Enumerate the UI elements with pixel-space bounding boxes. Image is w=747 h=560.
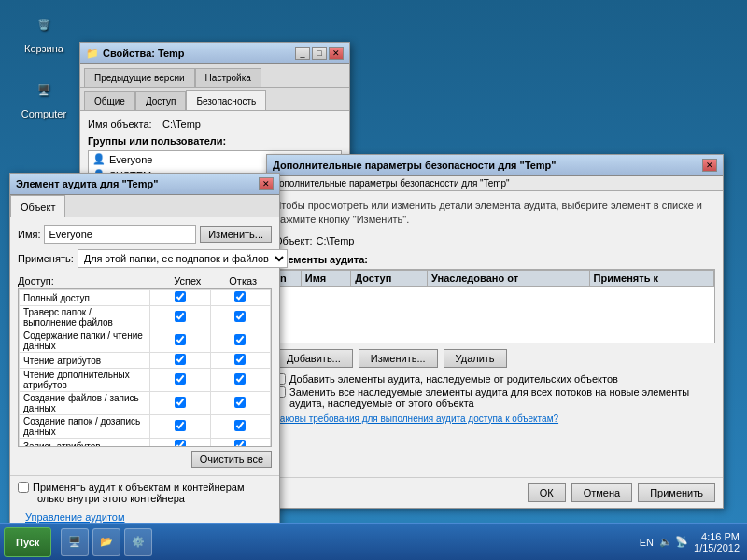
audit-access-row: Чтение дополнительных атрибутов [20,369,271,392]
audit-name-row: Имя: Изменить... [18,225,272,244]
close-button[interactable]: ✕ [329,47,344,60]
audit-access-table: Полный доступ Траверс папок / выполнение… [19,289,271,447]
audit-close-button[interactable]: ✕ [259,177,274,190]
maximize-button[interactable]: □ [312,47,327,60]
advsec-ok-button[interactable]: ОК [528,483,566,502]
access-row-success[interactable] [150,415,211,439]
tab-security[interactable]: Безопасность [186,90,266,110]
col-access: Доступ [351,270,428,286]
advanced-security-window: Дополнительные параметры безопасности дл… [266,154,724,509]
audit-controls: ✕ [259,177,274,190]
access-row-deny[interactable] [210,415,271,439]
audit-access-row: Чтение атрибутов [20,353,271,369]
advsec-audit-list[interactable]: n Имя Доступ Унаследовано от Применять к [275,269,715,343]
advsec-apply-button[interactable]: Применить [638,483,715,502]
audit-name-input[interactable] [44,225,196,244]
advsec-object-value: C:\Temp [317,235,355,246]
object-name-row: Имя объекта: C:\Temp [88,119,342,130]
tab-access[interactable]: Доступ [135,91,187,110]
access-row-success[interactable] [150,439,211,448]
audit-tabs: Объект [10,195,279,217]
advsec-controls: ✕ [702,159,717,172]
desktop-icon-computer[interactable]: 🖥️ Computer [14,75,74,119]
minimize-button[interactable]: _ [295,47,310,60]
advsec-cancel-button[interactable]: Отмена [571,483,632,502]
desktop-icon-recycle-bin[interactable]: 🗑️ Корзина [14,9,74,54]
taskbar-right: EN 🔈 📡 4:16 PM 1/15/2012 [640,531,747,553]
access-row-success[interactable] [150,369,211,392]
groups-label: Группы или пользователи: [88,135,342,147]
object-name-value: C:\Temp [162,119,342,130]
access-row-deny[interactable] [210,369,271,392]
recycle-bin-label: Корзина [24,43,63,54]
taskbar-clock: 4:16 PM 1/15/2012 [694,531,740,553]
user-icon-everyone: 👤 [92,153,106,165]
advsec-content: Чтобы просмотреть или изменить детали эл… [267,191,723,469]
audit-access-tbody: Полный доступ Траверс папок / выполнение… [20,290,271,448]
access-row-name: Чтение атрибутов [20,353,150,369]
computer-label: Computer [21,108,66,119]
audit-col-deny: Отказ [229,275,257,287]
audit-change-button[interactable]: Изменить... [200,226,272,243]
access-row-deny[interactable] [210,329,271,353]
audit-apply-row: Применять: Для этой папки, ее подпапок и… [18,249,272,268]
properties-title: 📁 Свойства: Temp [86,48,185,60]
advsec-table: n Имя Доступ Унаследовано от Применять к [275,270,714,287]
taskbar-lang: EN [640,537,654,548]
tab-settings[interactable]: Настройка [195,68,261,87]
folder-icon: 📁 [86,48,99,60]
access-row-success[interactable] [150,329,211,353]
taskbar-icon-1[interactable]: 🖥️ [61,528,89,556]
advsec-delete-button[interactable]: Удалить [444,349,507,368]
advsec-object-row: Объект: C:\Temp [275,235,715,246]
col-inherited: Унаследовано от [428,270,589,286]
audit-access-row: Создание файлов / запись данных [20,392,271,415]
advsec-check1-label: Добавить элементы аудита, наследуемые от… [289,373,618,385]
tab-general[interactable]: Общие [84,91,135,110]
audit-clear-button[interactable]: Очистить все [191,451,272,468]
advsec-add-button[interactable]: Добавить... [275,349,353,368]
access-row-success[interactable] [150,392,211,415]
access-row-name: Полный доступ [20,290,150,306]
access-row-success[interactable] [150,353,211,369]
audit-note-checkbox[interactable] [18,482,29,493]
audit-apply-label: Применять: [18,253,74,264]
advsec-check1-row: Добавить элементы аудита, наследуемые от… [275,373,715,385]
audit-tab-object[interactable]: Объект [10,195,65,217]
audit-apply-select[interactable]: Для этой папки, ее подпапок и файлов [78,249,288,268]
access-row-deny[interactable] [210,439,271,448]
taskbar-tray-icons: 🔈 📡 [659,536,688,548]
advsec-subtitle: Дополнительные параметры безопасности дл… [267,176,723,191]
audit-element-window: Элемент аудита для "Temp" ✕ Объект Имя: … [9,173,280,560]
advsec-action-buttons: Добавить... Изменить... Удалить [275,349,715,368]
audit-access-row: Траверс папок / выполнение файлов [20,306,271,329]
desktop: 🗑️ Корзина 🖥️ Computer 📁 Свойства: Temp … [0,0,747,523]
taskbar-icon-3[interactable]: ⚙️ [124,528,152,556]
advsec-check2-row: Заменить все наследуемые элементы аудита… [275,386,715,409]
recycle-bin-icon: 🗑️ [29,9,59,39]
access-row-success[interactable] [150,290,211,306]
advsec-edit-button[interactable]: Изменить... [359,349,438,368]
access-row-deny[interactable] [210,290,271,306]
audit-access-row: Создание папок / дозапись данных [20,415,271,439]
audit-access-row: Запись атрибутов [20,439,271,448]
access-row-name: Чтение дополнительных атрибутов [20,369,150,392]
advsec-titlebar[interactable]: Дополнительные параметры безопасности дл… [267,155,723,176]
advsec-title: Дополнительные параметры безопасности дл… [273,160,557,171]
audit-content: Имя: Изменить... Применять: Для этой пап… [10,217,279,475]
tab-prev-versions[interactable]: Предыдущие версии [84,68,195,87]
advsec-help-link[interactable]: Каковы требования для выполнения аудита … [275,413,558,424]
access-row-deny[interactable] [210,353,271,369]
audit-titlebar[interactable]: Элемент аудита для "Temp" ✕ [10,174,279,195]
access-row-success[interactable] [150,306,211,329]
audit-access-list[interactable]: Полный доступ Траверс папок / выполнение… [18,288,272,447]
taskbar-icon-2[interactable]: 📂 [92,528,120,556]
advsec-close-button[interactable]: ✕ [702,159,717,172]
taskbar-date: 1/15/2012 [694,542,740,553]
audit-name-label: Имя: [18,229,40,240]
taskbar: Пуск 🖥️ 📂 ⚙️ EN 🔈 📡 4:16 PM 1/15/2012 [0,523,747,560]
access-row-deny[interactable] [210,392,271,415]
access-row-deny[interactable] [210,306,271,329]
properties-titlebar[interactable]: 📁 Свойства: Temp _ □ ✕ [80,43,349,64]
start-button[interactable]: Пуск [4,527,51,557]
